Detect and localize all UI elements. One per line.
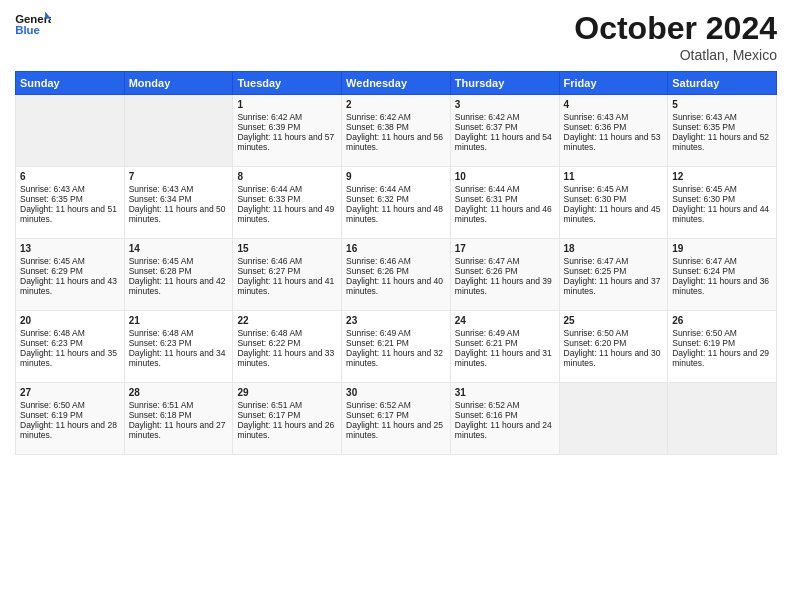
logo-icon: General Blue <box>15 10 51 40</box>
daylight-text: Daylight: 11 hours and 35 minutes. <box>20 348 120 368</box>
day-number: 5 <box>672 99 772 110</box>
daylight-text: Daylight: 11 hours and 32 minutes. <box>346 348 446 368</box>
sunrise-text: Sunrise: 6:47 AM <box>564 256 664 266</box>
calendar-cell: 10Sunrise: 6:44 AMSunset: 6:31 PMDayligh… <box>450 167 559 239</box>
calendar-week-row: 6Sunrise: 6:43 AMSunset: 6:35 PMDaylight… <box>16 167 777 239</box>
calendar-cell: 2Sunrise: 6:42 AMSunset: 6:38 PMDaylight… <box>342 95 451 167</box>
calendar-cell: 28Sunrise: 6:51 AMSunset: 6:18 PMDayligh… <box>124 383 233 455</box>
calendar-cell <box>559 383 668 455</box>
calendar-cell: 7Sunrise: 6:43 AMSunset: 6:34 PMDaylight… <box>124 167 233 239</box>
sunset-text: Sunset: 6:25 PM <box>564 266 664 276</box>
sunset-text: Sunset: 6:28 PM <box>129 266 229 276</box>
sunrise-text: Sunrise: 6:45 AM <box>20 256 120 266</box>
day-number: 26 <box>672 315 772 326</box>
title-block: October 2024 Otatlan, Mexico <box>574 10 777 63</box>
day-number: 6 <box>20 171 120 182</box>
day-number: 24 <box>455 315 555 326</box>
sunrise-text: Sunrise: 6:51 AM <box>237 400 337 410</box>
daylight-text: Daylight: 11 hours and 45 minutes. <box>564 204 664 224</box>
sunset-text: Sunset: 6:36 PM <box>564 122 664 132</box>
daylight-text: Daylight: 11 hours and 28 minutes. <box>20 420 120 440</box>
sunrise-text: Sunrise: 6:43 AM <box>564 112 664 122</box>
day-number: 10 <box>455 171 555 182</box>
sunset-text: Sunset: 6:19 PM <box>20 410 120 420</box>
day-number: 29 <box>237 387 337 398</box>
location-subtitle: Otatlan, Mexico <box>574 47 777 63</box>
day-number: 7 <box>129 171 229 182</box>
day-number: 16 <box>346 243 446 254</box>
calendar-cell: 14Sunrise: 6:45 AMSunset: 6:28 PMDayligh… <box>124 239 233 311</box>
calendar-cell: 18Sunrise: 6:47 AMSunset: 6:25 PMDayligh… <box>559 239 668 311</box>
daylight-text: Daylight: 11 hours and 24 minutes. <box>455 420 555 440</box>
sunrise-text: Sunrise: 6:43 AM <box>20 184 120 194</box>
sunset-text: Sunset: 6:16 PM <box>455 410 555 420</box>
sunset-text: Sunset: 6:31 PM <box>455 194 555 204</box>
sunrise-text: Sunrise: 6:48 AM <box>237 328 337 338</box>
daylight-text: Daylight: 11 hours and 49 minutes. <box>237 204 337 224</box>
daylight-text: Daylight: 11 hours and 46 minutes. <box>455 204 555 224</box>
day-number: 25 <box>564 315 664 326</box>
sunset-text: Sunset: 6:34 PM <box>129 194 229 204</box>
calendar-cell: 9Sunrise: 6:44 AMSunset: 6:32 PMDaylight… <box>342 167 451 239</box>
daylight-text: Daylight: 11 hours and 34 minutes. <box>129 348 229 368</box>
sunrise-text: Sunrise: 6:52 AM <box>455 400 555 410</box>
day-number: 14 <box>129 243 229 254</box>
sunrise-text: Sunrise: 6:50 AM <box>564 328 664 338</box>
day-of-week-header: Monday <box>124 72 233 95</box>
sunrise-text: Sunrise: 6:46 AM <box>237 256 337 266</box>
sunset-text: Sunset: 6:37 PM <box>455 122 555 132</box>
sunset-text: Sunset: 6:21 PM <box>455 338 555 348</box>
daylight-text: Daylight: 11 hours and 51 minutes. <box>20 204 120 224</box>
sunrise-text: Sunrise: 6:48 AM <box>129 328 229 338</box>
sunrise-text: Sunrise: 6:43 AM <box>129 184 229 194</box>
sunrise-text: Sunrise: 6:45 AM <box>129 256 229 266</box>
day-of-week-header: Friday <box>559 72 668 95</box>
day-number: 30 <box>346 387 446 398</box>
calendar-cell: 19Sunrise: 6:47 AMSunset: 6:24 PMDayligh… <box>668 239 777 311</box>
sunrise-text: Sunrise: 6:48 AM <box>20 328 120 338</box>
calendar-cell: 30Sunrise: 6:52 AMSunset: 6:17 PMDayligh… <box>342 383 451 455</box>
sunrise-text: Sunrise: 6:47 AM <box>455 256 555 266</box>
day-number: 18 <box>564 243 664 254</box>
svg-text:Blue: Blue <box>15 24 40 36</box>
daylight-text: Daylight: 11 hours and 39 minutes. <box>455 276 555 296</box>
month-title: October 2024 <box>574 10 777 47</box>
calendar-cell: 24Sunrise: 6:49 AMSunset: 6:21 PMDayligh… <box>450 311 559 383</box>
daylight-text: Daylight: 11 hours and 50 minutes. <box>129 204 229 224</box>
calendar-header-row: SundayMondayTuesdayWednesdayThursdayFrid… <box>16 72 777 95</box>
calendar-cell: 21Sunrise: 6:48 AMSunset: 6:23 PMDayligh… <box>124 311 233 383</box>
calendar-cell: 16Sunrise: 6:46 AMSunset: 6:26 PMDayligh… <box>342 239 451 311</box>
sunrise-text: Sunrise: 6:42 AM <box>346 112 446 122</box>
day-number: 20 <box>20 315 120 326</box>
daylight-text: Daylight: 11 hours and 42 minutes. <box>129 276 229 296</box>
day-number: 8 <box>237 171 337 182</box>
sunset-text: Sunset: 6:30 PM <box>672 194 772 204</box>
day-number: 27 <box>20 387 120 398</box>
day-number: 1 <box>237 99 337 110</box>
day-number: 3 <box>455 99 555 110</box>
daylight-text: Daylight: 11 hours and 43 minutes. <box>20 276 120 296</box>
sunset-text: Sunset: 6:24 PM <box>672 266 772 276</box>
calendar-cell: 8Sunrise: 6:44 AMSunset: 6:33 PMDaylight… <box>233 167 342 239</box>
calendar-cell: 27Sunrise: 6:50 AMSunset: 6:19 PMDayligh… <box>16 383 125 455</box>
daylight-text: Daylight: 11 hours and 27 minutes. <box>129 420 229 440</box>
calendar-cell: 6Sunrise: 6:43 AMSunset: 6:35 PMDaylight… <box>16 167 125 239</box>
calendar-week-row: 20Sunrise: 6:48 AMSunset: 6:23 PMDayligh… <box>16 311 777 383</box>
sunset-text: Sunset: 6:20 PM <box>564 338 664 348</box>
calendar-cell <box>124 95 233 167</box>
sunset-text: Sunset: 6:30 PM <box>564 194 664 204</box>
calendar-week-row: 27Sunrise: 6:50 AMSunset: 6:19 PMDayligh… <box>16 383 777 455</box>
sunset-text: Sunset: 6:26 PM <box>455 266 555 276</box>
sunset-text: Sunset: 6:23 PM <box>129 338 229 348</box>
sunrise-text: Sunrise: 6:44 AM <box>237 184 337 194</box>
sunset-text: Sunset: 6:35 PM <box>20 194 120 204</box>
day-of-week-header: Thursday <box>450 72 559 95</box>
day-number: 28 <box>129 387 229 398</box>
sunset-text: Sunset: 6:38 PM <box>346 122 446 132</box>
day-of-week-header: Tuesday <box>233 72 342 95</box>
calendar-cell: 1Sunrise: 6:42 AMSunset: 6:39 PMDaylight… <box>233 95 342 167</box>
sunrise-text: Sunrise: 6:52 AM <box>346 400 446 410</box>
calendar-week-row: 1Sunrise: 6:42 AMSunset: 6:39 PMDaylight… <box>16 95 777 167</box>
calendar-cell: 22Sunrise: 6:48 AMSunset: 6:22 PMDayligh… <box>233 311 342 383</box>
header: General Blue October 2024 Otatlan, Mexic… <box>15 10 777 63</box>
